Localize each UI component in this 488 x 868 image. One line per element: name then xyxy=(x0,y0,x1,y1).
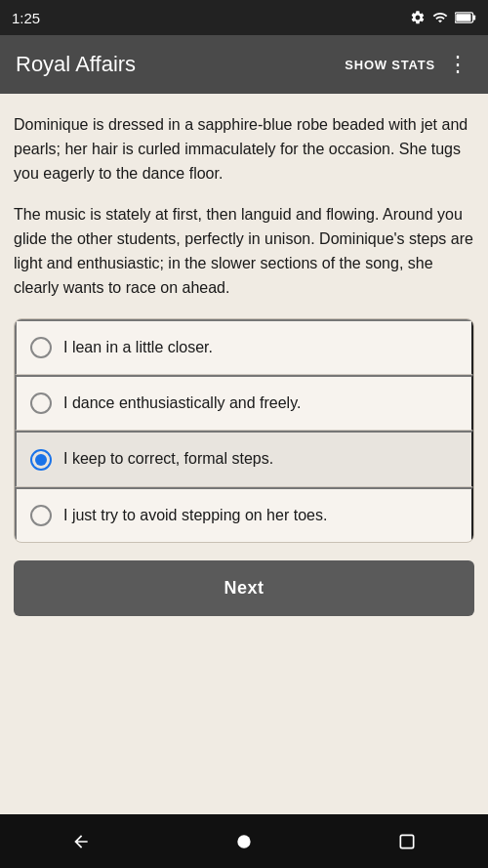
radio-unselected xyxy=(30,505,52,526)
radio-dot xyxy=(35,454,47,466)
back-icon xyxy=(71,832,91,851)
app-bar: Royal Affairs SHOW STATS ⋮ xyxy=(0,35,488,94)
choice-label: I just try to avoid stepping on her toes… xyxy=(63,505,327,526)
home-nav-button[interactable] xyxy=(215,822,273,861)
square-nav-button[interactable] xyxy=(378,822,436,861)
wifi-icon xyxy=(431,10,449,25)
back-nav-button[interactable] xyxy=(52,822,110,861)
status-bar: 1:25 xyxy=(0,0,488,35)
status-icons xyxy=(410,10,476,25)
gear-icon xyxy=(410,10,426,25)
more-button[interactable]: ⋮ xyxy=(443,46,472,83)
app-title: Royal Affairs xyxy=(16,52,337,77)
svg-point-3 xyxy=(237,835,250,847)
radio-selected xyxy=(30,449,52,471)
choice-item[interactable]: I dance enthusiastically and freely. xyxy=(15,375,473,431)
story-paragraph-2: The music is stately at first, then lang… xyxy=(14,203,474,300)
choice-label: I dance enthusiastically and freely. xyxy=(63,393,301,414)
choice-label: I keep to correct, formal steps. xyxy=(63,448,273,470)
show-stats-button[interactable]: SHOW STATS xyxy=(337,50,443,80)
story-paragraph-1: Dominique is dressed in a sapphire-blue … xyxy=(14,113,474,186)
svg-rect-2 xyxy=(456,14,470,21)
home-icon xyxy=(234,832,254,851)
choice-item[interactable]: I just try to avoid stepping on her toes… xyxy=(15,487,473,542)
choice-label: I lean in a little closer. xyxy=(63,337,213,358)
choice-item-selected[interactable]: I keep to correct, formal steps. xyxy=(15,431,473,486)
radio-unselected xyxy=(30,337,52,358)
battery-icon xyxy=(455,11,476,24)
svg-rect-1 xyxy=(473,15,475,20)
next-button[interactable]: Next xyxy=(14,560,474,616)
content-area: Dominique is dressed in a sapphire-blue … xyxy=(0,94,488,814)
square-icon xyxy=(397,832,417,851)
choices-container: I lean in a little closer. I dance enthu… xyxy=(14,318,474,544)
status-time: 1:25 xyxy=(12,10,40,26)
bottom-nav xyxy=(0,814,488,868)
choice-item[interactable]: I lean in a little closer. xyxy=(15,319,473,375)
svg-rect-4 xyxy=(400,835,413,847)
radio-unselected xyxy=(30,393,52,414)
